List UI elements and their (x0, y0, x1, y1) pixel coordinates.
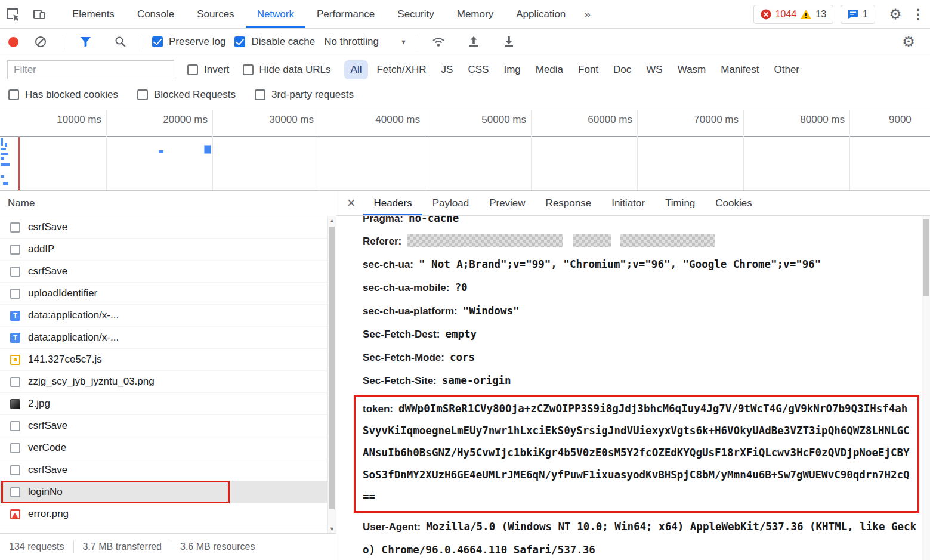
request-row-2-jpg[interactable]: 2.jpg (0, 393, 336, 415)
messages-badge[interactable]: 1 (841, 5, 875, 24)
warning-count: 13 (815, 9, 826, 20)
header-name: Referer: (363, 236, 401, 247)
tab-sources[interactable]: Sources (186, 0, 245, 28)
close-icon[interactable]: × (339, 191, 363, 215)
option-blocked-requests[interactable]: Blocked Requests (137, 89, 236, 101)
record-button[interactable] (8, 37, 18, 47)
clear-icon[interactable] (27, 36, 54, 48)
image-file-icon (10, 399, 20, 409)
kebab-menu-icon[interactable]: ⋮ (909, 7, 928, 22)
filter-pill-js[interactable]: JS (435, 60, 460, 79)
request-row-data-application-x[interactable]: Tdata:application/x-... (0, 305, 336, 327)
scrollbar-thumb[interactable] (329, 227, 335, 509)
request-row-csrfsave[interactable]: csrfSave (0, 415, 336, 437)
filter-pill-wasm[interactable]: Wasm (671, 60, 713, 79)
header-name: User-Agent: (363, 521, 421, 533)
import-har-icon[interactable] (461, 36, 487, 48)
tab-application[interactable]: Application (505, 0, 577, 28)
checkbox-unchecked-icon[interactable] (187, 64, 198, 75)
request-row-addip[interactable]: addIP (0, 239, 336, 261)
filter-input[interactable] (7, 60, 174, 79)
timeline-gridline (425, 110, 425, 190)
request-row-zzjg-scy-jyb-jyzntu-03-png[interactable]: zzjg_scy_jyb_jyzntu_03.png (0, 371, 336, 393)
preserve-log-checkbox[interactable]: Preserve log (152, 36, 225, 48)
tab-elements[interactable]: Elements (61, 0, 126, 28)
tab-network[interactable]: Network (246, 0, 305, 28)
header-value: Mozilla/5.0 (Windows NT 10.0; Win64; x64… (363, 521, 916, 556)
detail-tab-preview[interactable]: Preview (479, 191, 535, 215)
request-row-data-application-x[interactable]: Tdata:application/x-... (0, 327, 336, 349)
throttling-select[interactable]: No throttling ▼ (324, 36, 407, 48)
search-icon[interactable] (107, 36, 134, 48)
checkbox-unchecked-icon[interactable] (243, 64, 254, 75)
checkbox-unchecked-icon[interactable] (8, 89, 19, 100)
filter-pill-img[interactable]: Img (497, 60, 527, 79)
network-activity-mark (1, 157, 4, 160)
export-har-icon[interactable] (496, 36, 522, 48)
scrollbar-thumb[interactable] (923, 219, 929, 296)
filter-pill-css[interactable]: CSS (461, 60, 495, 79)
request-row-loginno[interactable]: loginNo (0, 481, 336, 503)
filter-pill-all[interactable]: All (344, 60, 369, 79)
filter-pill-ws[interactable]: WS (639, 60, 669, 79)
tabbar-right-controls: 1044 13 1 ⚙ ⋮ (753, 0, 930, 28)
settings-gear-icon[interactable]: ⚙ (882, 7, 909, 21)
request-row-vercode[interactable]: verCode (0, 437, 336, 459)
generic-file-icon (10, 245, 20, 255)
filter-pill-fetch-xhr[interactable]: Fetch/XHR (370, 60, 432, 79)
annotation-box-token: token:dWWp0ImSReR1CVy80Oja+zCZwOIPP3S9i8… (354, 395, 919, 513)
request-row-csrfsave[interactable]: csrfSave (0, 459, 336, 481)
checkbox-checked-icon[interactable] (234, 36, 245, 47)
disable-cache-checkbox[interactable]: Disable cache (234, 36, 315, 48)
request-row-141-327ce5c7-js[interactable]: 141.327ce5c7.js (0, 349, 336, 371)
details-scrollbar[interactable] (922, 216, 930, 560)
detail-tab-headers[interactable]: Headers (363, 191, 422, 215)
filter-row: Invert Hide data URLs AllFetch/XHRJSCSSI… (0, 55, 930, 83)
checkbox-checked-icon[interactable] (152, 36, 163, 47)
detail-tab-response[interactable]: Response (536, 191, 602, 215)
scroll-up-icon[interactable]: ▲ (328, 218, 336, 224)
timeline-overview[interactable]: 10000 ms20000 ms30000 ms40000 ms50000 ms… (0, 106, 930, 191)
invert-checkbox[interactable]: Invert (187, 64, 230, 76)
filter-funnel-icon[interactable] (72, 36, 98, 47)
tab-security[interactable]: Security (386, 0, 445, 28)
more-tabs-chevron[interactable]: » (577, 0, 598, 28)
dropdown-arrow-icon: ▼ (400, 38, 407, 45)
errors-warnings-badge[interactable]: 1044 13 (753, 5, 833, 24)
checkbox-unchecked-icon[interactable] (255, 89, 265, 100)
option-label: 3rd-party requests (271, 89, 354, 101)
network-activity-mark (1, 175, 4, 178)
request-row-csrfsave[interactable]: csrfSave (0, 261, 336, 283)
network-conditions-icon[interactable] (425, 36, 452, 48)
tab-performance[interactable]: Performance (305, 0, 386, 28)
detail-tab-timing[interactable]: Timing (655, 191, 705, 215)
filter-pill-font[interactable]: Font (571, 60, 605, 79)
request-row-uploadidentifier[interactable]: uploadIdentifier (0, 283, 336, 305)
filter-pill-manifest[interactable]: Manifest (714, 60, 765, 79)
checkbox-unchecked-icon[interactable] (137, 89, 148, 100)
tab-memory[interactable]: Memory (446, 0, 505, 28)
option-has-blocked-cookies[interactable]: Has blocked cookies (8, 89, 118, 101)
option-3rd-party-requests[interactable]: 3rd-party requests (255, 89, 354, 101)
header-name: sec-ch-ua-platform: (363, 305, 458, 317)
request-row-error-png[interactable]: error.png (0, 503, 336, 525)
requests-scrollbar[interactable]: ▲ ▼ (327, 216, 336, 533)
detail-tab-payload[interactable]: Payload (422, 191, 479, 215)
filter-pill-doc[interactable]: Doc (607, 60, 638, 79)
request-row-csrfsave[interactable]: csrfSave (0, 216, 336, 239)
filter-pill-media[interactable]: Media (529, 60, 570, 79)
hide-data-urls-label: Hide data URLs (259, 64, 331, 76)
filter-pill-other[interactable]: Other (768, 60, 807, 79)
option-label: Has blocked cookies (25, 89, 118, 101)
detail-tab-initiator[interactable]: Initiator (601, 191, 655, 215)
tab-console[interactable]: Console (126, 0, 186, 28)
device-toolbar-icon[interactable] (26, 0, 52, 28)
name-column-header[interactable]: Name (0, 191, 336, 216)
network-settings-gear-icon[interactable]: ⚙ (895, 35, 922, 49)
hide-data-urls-checkbox[interactable]: Hide data URLs (243, 64, 331, 76)
detail-tab-cookies[interactable]: Cookies (705, 191, 762, 215)
summary-stat: 3.7 MB transferred (73, 540, 171, 553)
header-line-token: token:dWWp0ImSReR1CVy80Oja+zCZwOIPP3S9i8… (363, 398, 912, 508)
scroll-down-icon[interactable]: ▼ (328, 526, 336, 532)
inspect-element-icon[interactable] (0, 0, 26, 28)
